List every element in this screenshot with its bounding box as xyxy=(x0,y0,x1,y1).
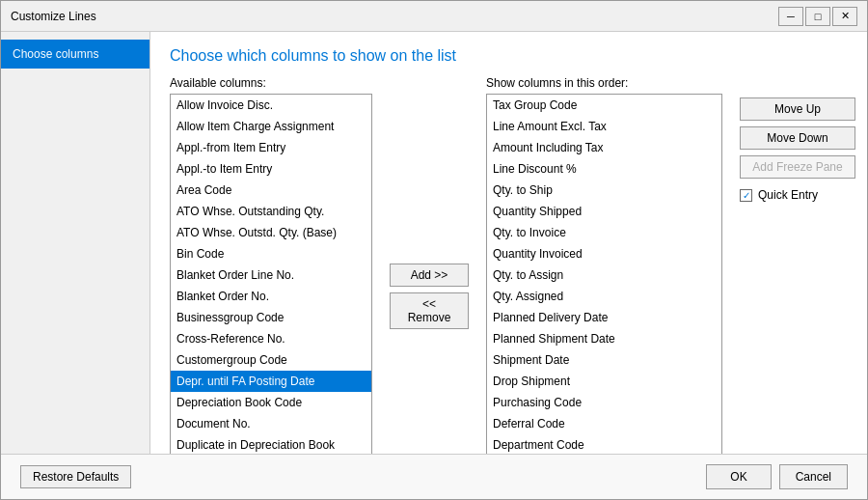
list-item[interactable]: Line Amount Excl. Tax xyxy=(487,116,721,137)
add-freeze-pane-button[interactable]: Add Freeze Pane xyxy=(740,155,855,179)
list-item[interactable]: ATO Whse. Outstd. Qty. (Base) xyxy=(171,222,371,243)
available-columns-section: Available columns: Allow Invoice Disc.Al… xyxy=(170,76,372,454)
list-item[interactable]: Customergroup Code xyxy=(171,349,371,371)
list-item[interactable]: Appl.-from Item Entry xyxy=(171,137,371,158)
columns-area: Available columns: Allow Invoice Disc.Al… xyxy=(170,76,848,454)
title-bar: Customize Lines ─ □ ✕ xyxy=(1,1,867,32)
action-buttons: Move Up Move Down Add Freeze Pane Quick … xyxy=(732,76,848,454)
list-item[interactable]: Deferral Code xyxy=(487,413,721,434)
list-item[interactable]: Tax Group Code xyxy=(487,95,721,116)
list-item[interactable]: Department Code xyxy=(487,434,721,454)
main-content: Choose which columns to show on the list… xyxy=(150,32,867,454)
available-columns-label: Available columns: xyxy=(170,76,372,90)
list-item[interactable]: Blanket Order Line No. xyxy=(171,264,371,286)
list-item[interactable]: Qty. to Assign xyxy=(487,264,721,286)
quick-entry-checkbox[interactable] xyxy=(740,189,752,202)
quick-entry-label: Quick Entry xyxy=(758,188,818,202)
show-columns-listbox[interactable]: Tax Group CodeLine Amount Excl. TaxAmoun… xyxy=(486,94,722,454)
list-item[interactable]: Quantity Invoiced xyxy=(487,243,721,264)
remove-button[interactable]: << Remove xyxy=(390,292,469,329)
list-item[interactable]: Bin Code xyxy=(171,243,371,264)
list-item[interactable]: Blanket Order No. xyxy=(171,286,371,307)
ok-button[interactable]: OK xyxy=(706,464,771,489)
list-item[interactable]: Shipment Date xyxy=(487,349,721,371)
list-item[interactable]: Duplicate in Depreciation Book xyxy=(171,434,371,454)
list-item[interactable]: Planned Delivery Date xyxy=(487,307,721,328)
list-item[interactable]: Appl.-to Item Entry xyxy=(171,158,371,180)
list-item[interactable]: Qty. to Invoice xyxy=(487,222,721,243)
list-item[interactable]: Qty. to Ship xyxy=(487,180,721,201)
list-item[interactable]: Planned Shipment Date xyxy=(487,328,721,349)
content-area: Choose columns Choose which columns to s… xyxy=(1,32,867,454)
maximize-button[interactable]: □ xyxy=(805,7,830,26)
list-item[interactable]: Cross-Reference No. xyxy=(171,328,371,349)
list-item[interactable]: Area Code xyxy=(171,180,371,201)
list-item[interactable]: Depr. until FA Posting Date xyxy=(171,371,371,392)
list-item[interactable]: Drop Shipment xyxy=(487,371,721,392)
list-item[interactable]: Businessgroup Code xyxy=(171,307,371,328)
sidebar-item-choose-columns[interactable]: Choose columns xyxy=(1,40,149,69)
list-item[interactable]: Qty. Assigned xyxy=(487,286,721,307)
main-window: Customize Lines ─ □ ✕ Choose columns Cho… xyxy=(0,0,868,500)
close-button[interactable]: ✕ xyxy=(832,7,857,26)
list-item[interactable]: Allow Item Charge Assignment xyxy=(171,116,371,137)
list-item[interactable]: Line Discount % xyxy=(487,158,721,180)
quick-entry-row: Quick Entry xyxy=(740,188,848,202)
ok-cancel-buttons: OK Cancel xyxy=(706,464,848,489)
list-item[interactable]: ATO Whse. Outstanding Qty. xyxy=(171,201,371,222)
move-up-button[interactable]: Move Up xyxy=(740,97,855,121)
list-item[interactable]: Purchasing Code xyxy=(487,392,721,413)
window-controls: ─ □ ✕ xyxy=(778,7,857,26)
window-title: Customize Lines xyxy=(11,10,96,23)
list-item[interactable]: Quantity Shipped xyxy=(487,201,721,222)
cancel-button[interactable]: Cancel xyxy=(779,464,848,489)
list-item[interactable]: Depreciation Book Code xyxy=(171,392,371,413)
available-columns-listbox[interactable]: Allow Invoice Disc.Allow Item Charge Ass… xyxy=(170,94,372,454)
list-item[interactable]: Amount Including Tax xyxy=(487,137,721,158)
page-title: Choose which columns to show on the list xyxy=(170,47,848,65)
sidebar: Choose columns xyxy=(1,32,150,454)
show-columns-section: Show columns in this order: Tax Group Co… xyxy=(486,76,722,454)
show-columns-label: Show columns in this order: xyxy=(486,76,722,90)
restore-defaults-button[interactable]: Restore Defaults xyxy=(20,465,131,488)
list-item[interactable]: Allow Invoice Disc. xyxy=(171,95,371,116)
move-down-button[interactable]: Move Down xyxy=(740,126,855,150)
add-remove-buttons: Add >> << Remove xyxy=(382,94,476,454)
bottom-bar: Restore Defaults OK Cancel xyxy=(1,454,867,499)
minimize-button[interactable]: ─ xyxy=(778,7,803,26)
list-item[interactable]: Document No. xyxy=(171,413,371,434)
add-button[interactable]: Add >> xyxy=(390,264,469,287)
